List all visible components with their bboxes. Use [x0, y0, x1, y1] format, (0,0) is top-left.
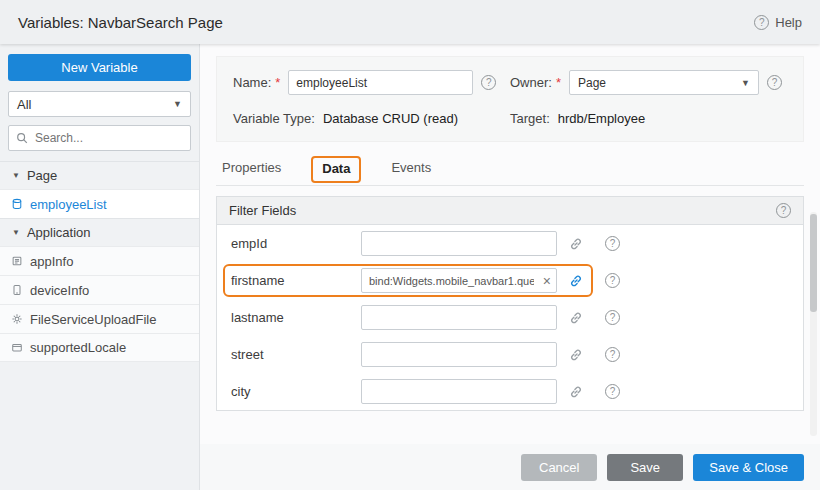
name-input[interactable] — [288, 70, 473, 95]
detail-tabs: Properties Data Events — [216, 142, 804, 186]
tree-item-deviceinfo[interactable]: deviceInfo — [0, 275, 199, 304]
help-icon: ? — [754, 15, 769, 30]
filter-row-lastname: lastname ? — [217, 299, 803, 336]
help-icon[interactable]: ? — [767, 75, 782, 90]
device-info-icon — [11, 284, 23, 296]
filter-fields-title: Filter Fields — [229, 203, 296, 218]
help-icon[interactable]: ? — [481, 75, 496, 90]
filter-row-city: city ? — [217, 373, 803, 410]
target-group: Target: hrdb/Employee — [510, 111, 787, 126]
filter-fields-header: Filter Fields ? — [217, 197, 803, 225]
target-value: hrdb/Employee — [558, 111, 645, 126]
variable-detail-area: Name: * ? Owner: * Page ▼ ? — [200, 44, 820, 444]
filter-input-lastname[interactable] — [361, 305, 557, 330]
vertical-scrollbar[interactable] — [810, 212, 817, 436]
locale-icon — [11, 342, 23, 354]
target-label: Target: — [510, 111, 550, 126]
filter-fields-panel: Filter Fields ? empId ? — [216, 196, 804, 411]
help-icon[interactable]: ? — [605, 310, 620, 325]
variables-sidebar: New Variable All ▼ ▼ Page — [0, 44, 200, 490]
tree-item-label: FileServiceUploadFile — [30, 312, 156, 327]
tree-group-label: Application — [27, 225, 91, 240]
variable-summary-form: Name: * ? Owner: * Page ▼ ? — [216, 56, 804, 142]
file-service-icon — [11, 313, 23, 325]
filter-input-firstname[interactable] — [361, 268, 557, 293]
search-icon — [16, 132, 28, 144]
variables-dialog: Variables: NavbarSearch Page ? Help New … — [0, 0, 820, 490]
help-icon[interactable]: ? — [605, 347, 620, 362]
bind-link-icon[interactable] — [569, 274, 583, 288]
chevron-down-icon: ▼ — [741, 78, 750, 88]
bind-link-icon[interactable] — [569, 311, 583, 325]
cancel-button[interactable]: Cancel — [521, 454, 597, 481]
owner-select-value: Page — [578, 76, 606, 90]
save-and-close-button[interactable]: Save & Close — [693, 454, 804, 481]
tree-group-application[interactable]: ▼ Application — [0, 218, 199, 246]
app-info-icon — [11, 255, 23, 267]
annotation-highlight: Data — [311, 156, 361, 183]
tree-item-label: supportedLocale — [30, 340, 126, 355]
tab-data[interactable]: Data — [311, 156, 361, 185]
filter-field-label: firstname — [231, 273, 361, 288]
filter-row-street: street ? — [217, 336, 803, 373]
bind-link-icon[interactable] — [569, 385, 583, 399]
tree-item-appinfo[interactable]: appInfo — [0, 246, 199, 275]
filter-row-empid: empId ? — [217, 225, 803, 262]
filter-input-city[interactable] — [361, 379, 557, 404]
help-label: Help — [775, 15, 802, 30]
page-title: Variables: NavbarSearch Page — [18, 14, 223, 31]
tree-item-label: deviceInfo — [30, 283, 89, 298]
clear-icon[interactable]: × — [543, 274, 551, 288]
variable-type-label: Variable Type: — [233, 111, 315, 126]
tree-item-employeelist[interactable]: employeeList — [0, 189, 199, 218]
save-button[interactable]: Save — [607, 454, 683, 481]
tree-group-label: Page — [27, 168, 57, 183]
name-label: Name: — [233, 75, 271, 90]
tab-events[interactable]: Events — [391, 160, 431, 185]
owner-select[interactable]: Page ▼ — [569, 70, 759, 95]
variable-filter-dropdown[interactable]: All ▼ — [8, 91, 191, 117]
variable-tree: ▼ Page employeeList ▼ Application — [0, 161, 199, 362]
collapse-arrow-icon: ▼ — [12, 171, 20, 180]
chevron-down-icon: ▼ — [173, 99, 182, 109]
filter-field-label: city — [231, 384, 361, 399]
tree-item-label: appInfo — [30, 254, 73, 269]
scrollbar-thumb[interactable] — [810, 214, 817, 312]
variable-type-value: Database CRUD (read) — [323, 111, 458, 126]
filter-input-empid[interactable] — [361, 231, 557, 256]
help-icon[interactable]: ? — [605, 273, 620, 288]
tree-item-fileserviceuploadfile[interactable]: FileServiceUploadFile — [0, 304, 199, 333]
filter-field-label: street — [231, 347, 361, 362]
bind-link-icon[interactable] — [569, 348, 583, 362]
help-icon[interactable]: ? — [776, 203, 791, 218]
sidebar-search-box — [8, 125, 191, 151]
new-variable-button[interactable]: New Variable — [8, 54, 191, 81]
required-mark: * — [275, 75, 280, 90]
tab-properties[interactable]: Properties — [222, 160, 281, 185]
help-button[interactable]: ? Help — [754, 15, 802, 30]
annotation-highlight: firstname × — [223, 264, 593, 297]
search-input[interactable] — [33, 130, 183, 146]
variable-icon — [11, 198, 23, 210]
filter-field-label: lastname — [231, 310, 361, 325]
dialog-header: Variables: NavbarSearch Page ? Help — [0, 0, 820, 44]
required-mark: * — [556, 75, 561, 90]
variable-type-group: Variable Type: Database CRUD (read) — [233, 111, 510, 126]
help-icon[interactable]: ? — [605, 384, 620, 399]
dialog-footer: Cancel Save Save & Close — [200, 444, 820, 490]
tree-item-label: employeeList — [30, 197, 107, 212]
filter-input-street[interactable] — [361, 342, 557, 367]
help-icon[interactable]: ? — [605, 236, 620, 251]
owner-field-group: Owner: * Page ▼ ? — [510, 70, 787, 95]
filter-row-firstname: firstname × ? — [217, 262, 803, 299]
owner-label: Owner: — [510, 75, 552, 90]
collapse-arrow-icon: ▼ — [12, 228, 20, 237]
name-field-group: Name: * ? — [233, 70, 510, 95]
bind-link-icon[interactable] — [569, 237, 583, 251]
tree-item-supportedlocale[interactable]: supportedLocale — [0, 333, 199, 362]
tree-group-page[interactable]: ▼ Page — [0, 161, 199, 189]
filter-field-label: empId — [231, 236, 361, 251]
variable-filter-value: All — [17, 97, 31, 112]
